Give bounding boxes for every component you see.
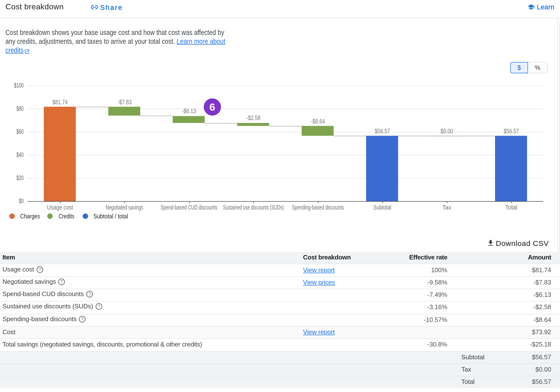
svg-text:?: ? bbox=[88, 292, 91, 297]
svg-text:?: ? bbox=[61, 279, 63, 284]
svg-text:?: ? bbox=[97, 304, 100, 309]
svg-text:?: ? bbox=[81, 317, 84, 322]
svg-text:?: ? bbox=[38, 267, 41, 272]
